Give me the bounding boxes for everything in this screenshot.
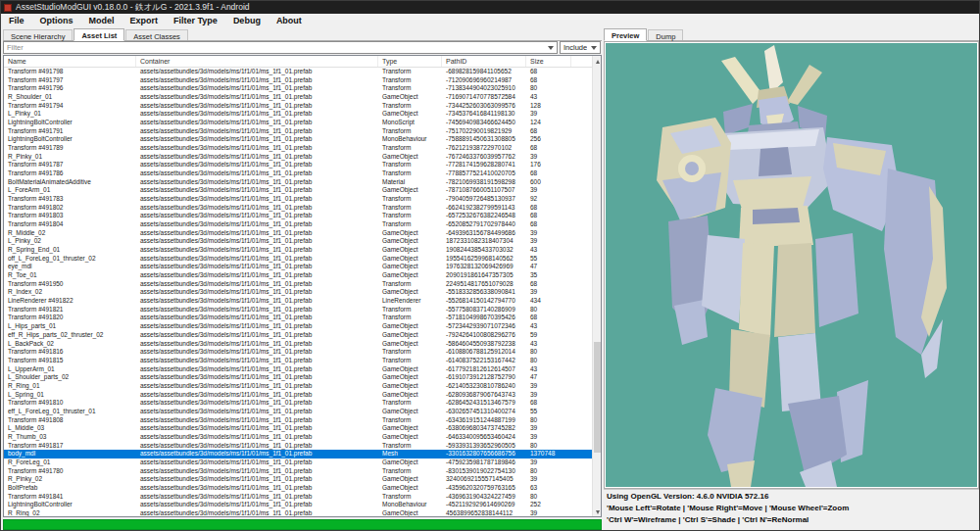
table-row[interactable]: Transform #491786 assets/assetbundles/3d… [4, 169, 593, 178]
table-row[interactable]: R_Pinky_01 assets/assetbundles/3d/models… [4, 153, 593, 162]
menubar: FileOptionsModelExportFilter TypeDebugAb… [1, 14, 979, 28]
filter-input[interactable] [4, 42, 544, 53]
table-row[interactable]: L_ForeArm_01 assets/assetbundles/3d/mode… [4, 186, 593, 195]
table-row[interactable]: Transform #491789 assets/assetbundles/3d… [4, 144, 593, 153]
vertical-scrollbar[interactable] [592, 56, 601, 517]
filter-dropdown-button[interactable] [544, 42, 557, 53]
column-header-container[interactable]: Container [136, 56, 378, 67]
column-header-name[interactable]: Name [4, 56, 136, 67]
table-row[interactable]: L_Pinky_02 assets/assetbundles/3d/models… [4, 237, 593, 246]
table-row[interactable]: R_ForeLeg_01 assets/assetbundles/3d/mode… [4, 459, 593, 467]
menu-model[interactable]: Model [81, 15, 122, 26]
cell-type: GameObject [378, 373, 442, 382]
table-row[interactable]: Transform #491804 assets/assetbundles/3d… [4, 220, 593, 229]
cell-pathid: -7904059726485130937 [442, 195, 526, 204]
table-row[interactable]: LightningBoltController assets/assetbund… [4, 135, 593, 144]
table-row[interactable]: L_Hips_parts_01 assets/assetbundles/3d/m… [4, 322, 593, 331]
table-row[interactable]: eff_L_ForeLeg_01_thruster_01 assets/asse… [4, 408, 593, 416]
table-row[interactable]: Transform #491780 assets/assetbundles/3d… [4, 467, 593, 476]
cell-type: MonoScript [378, 119, 442, 127]
cell-pathid: -7138344904023025910 [442, 84, 526, 93]
table-row[interactable]: L_Pinky_01 assets/assetbundles/3d/models… [4, 110, 593, 119]
cell-container: assets/assetbundles/3d/models/ms/1f1/01/… [136, 433, 378, 442]
cell-container: assets/assetbundles/3d/models/ms/1f1/01/… [136, 178, 378, 187]
table-row[interactable]: R_Pinky_02 assets/assetbundles/3d/models… [4, 475, 593, 484]
menu-export[interactable]: Export [122, 15, 167, 26]
table-row[interactable]: R_Toe_01 assets/assetbundles/3d/models/m… [4, 271, 593, 280]
scroll-down-icon[interactable] [593, 507, 602, 516]
cell-name: Transform #491817 [4, 442, 136, 451]
tab-asset-classes[interactable]: Asset Classes [125, 29, 188, 40]
menu-options[interactable]: Options [32, 15, 81, 26]
table-row[interactable]: Transform #491783 assets/assetbundles/3d… [4, 195, 593, 204]
table-row[interactable]: R_Middle_02 assets/assetbundles/3d/model… [4, 229, 593, 238]
table-row[interactable]: Transform #491802 assets/assetbundles/3d… [4, 204, 593, 213]
table-row[interactable]: R_Shoulder_01 assets/assetbundles/3d/mod… [4, 93, 593, 102]
table-row[interactable]: eff_R_Hips_parts_02_thruster_02 assets/a… [4, 331, 593, 340]
menu-filter-type[interactable]: Filter Type [166, 15, 225, 26]
tab-preview[interactable]: Preview [604, 28, 647, 41]
status-line-1: Using OpenGL Version: 4.6.0 NVIDIA 572.1… [607, 491, 979, 503]
cell-name: L_ForeArm_01 [4, 186, 136, 195]
menu-about[interactable]: About [269, 15, 310, 26]
table-row[interactable]: off_L_ForeLeg_01_thruster_02 assets/asse… [4, 255, 593, 264]
table-row[interactable]: BoltPrefab assets/assetbundles/3d/models… [4, 484, 593, 493]
table-row[interactable]: Transform #491794 assets/assetbundles/3d… [4, 102, 593, 111]
table-row[interactable]: R_Ring_02 assets/assetbundles/3d/models/… [4, 509, 593, 517]
cell-pathid: -7169071470778572584 [442, 93, 526, 102]
table-row[interactable]: Transform #491810 assets/assetbundles/3d… [4, 399, 593, 408]
scroll-up-icon[interactable] [593, 57, 602, 66]
table-row[interactable]: LightningBoltController assets/assetbund… [4, 501, 593, 509]
table-row[interactable]: eye_mdl assets/assetbundles/3d/models/ms… [4, 263, 593, 271]
cell-container: assets/assetbundles/3d/models/ms/1f1/01/… [136, 408, 378, 416]
table-row[interactable]: L_BackPack_02 assets/assetbundles/3d/mod… [4, 340, 593, 349]
table-row[interactable]: Transform #491803 assets/assetbundles/3d… [4, 212, 593, 220]
table-row[interactable]: R_Thumb_03 assets/assetbundles/3d/models… [4, 433, 593, 442]
table-row[interactable]: Transform #491821 assets/assetbundles/3d… [4, 306, 593, 314]
table-row[interactable]: R_Spring_End_01 assets/assetbundles/3d/m… [4, 246, 593, 255]
cell-pathid: -7345376416841198130 [442, 110, 526, 119]
cell-container: assets/assetbundles/3d/models/ms/1f1/01/… [136, 442, 378, 451]
cell-size: 80 [526, 306, 571, 314]
model-3d-viewport[interactable] [606, 43, 977, 487]
menu-file[interactable]: File [1, 15, 32, 26]
filter-mode-dropdown-button[interactable] [587, 42, 600, 53]
table-row[interactable]: L_Shoulder_parts_02 assets/assetbundles/… [4, 373, 593, 382]
cell-type: GameObject [378, 322, 442, 331]
table-row[interactable]: LineRenderer #491822 assets/assetbundles… [4, 297, 593, 306]
table-row[interactable]: LightningBoltController assets/assetbund… [4, 119, 593, 127]
table-row[interactable]: Transform #491791 assets/assetbundles/3d… [4, 127, 593, 136]
table-row[interactable]: R_Index_02 assets/assetbundles/3d/models… [4, 288, 593, 297]
table-row[interactable]: Transform #491796 assets/assetbundles/3d… [4, 84, 593, 93]
table-row[interactable]: Transform #491797 assets/assetbundles/3d… [4, 76, 593, 85]
tab-scene-hierarchy[interactable]: Scene Hierarchy [3, 29, 73, 40]
column-header-size[interactable]: Size [526, 56, 571, 67]
tab-dump[interactable]: Dump [648, 29, 683, 40]
table-row[interactable]: L_Spring_01 assets/assetbundles/3d/model… [4, 391, 593, 400]
table-row[interactable]: BoltMaterialAnimatedAdditive assets/asse… [4, 178, 593, 187]
table-row[interactable]: R_Ring_01 assets/assetbundles/3d/models/… [4, 382, 593, 391]
table-row[interactable]: Transform #491798 assets/assetbundles/3d… [4, 68, 593, 76]
column-header-type[interactable]: Type [378, 56, 442, 67]
scrollbar-thumb[interactable] [594, 342, 601, 453]
column-header-pathid[interactable]: PathID [442, 56, 526, 67]
table-row[interactable]: Transform #491950 assets/assetbundles/3d… [4, 280, 593, 289]
table-row[interactable]: Transform #491817 assets/assetbundles/3d… [4, 442, 593, 451]
table-row[interactable]: Transform #491820 assets/assetbundles/3d… [4, 314, 593, 322]
cell-type: Transform [378, 416, 442, 425]
table-row[interactable]: Transform #491808 assets/assetbundles/3d… [4, 416, 593, 425]
tab-asset-list[interactable]: Asset List [74, 28, 124, 41]
cell-pathid: -3301632807656686756 [442, 450, 526, 459]
menu-debug[interactable]: Debug [225, 15, 269, 26]
cell-type: LineRenderer [378, 297, 442, 306]
table-row[interactable]: L_UpperArm_01 assets/assetbundles/3d/mod… [4, 365, 593, 374]
table-row[interactable]: Transform #491815 assets/assetbundles/3d… [4, 357, 593, 365]
table-row[interactable]: Transform #491841 assets/assetbundles/3d… [4, 493, 593, 502]
filter-mode-select[interactable]: Include [560, 41, 601, 54]
table-row[interactable]: body_mdl assets/assetbundles/3d/models/m… [4, 450, 593, 459]
table-row[interactable]: Transform #491816 assets/assetbundles/3d… [4, 348, 593, 357]
table-row[interactable]: Transform #491787 assets/assetbundles/3d… [4, 161, 593, 169]
cell-type: GameObject [378, 408, 442, 416]
table-row[interactable]: L_Middle_03 assets/assetbundles/3d/model… [4, 424, 593, 433]
cell-container: assets/assetbundles/3d/models/ms/1f1/01/… [136, 314, 378, 322]
